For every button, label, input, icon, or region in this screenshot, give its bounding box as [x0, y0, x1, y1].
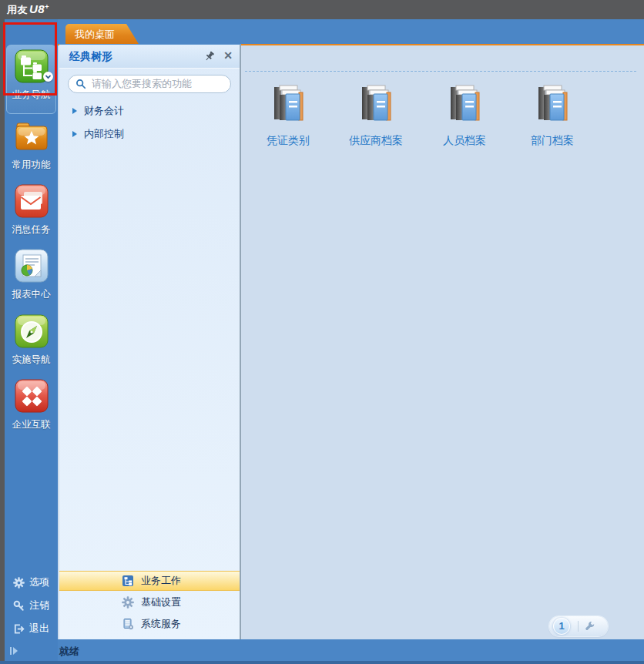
books-icon	[268, 82, 308, 125]
message-icon	[15, 184, 49, 218]
books-icon	[532, 82, 572, 125]
status-bar: 就绪	[0, 639, 644, 661]
sidebar-item-label: 企业互联	[5, 418, 58, 431]
brand-text: 用友	[7, 4, 28, 15]
shortcut-label: 部门档案	[512, 134, 593, 148]
exit-button[interactable]: 退出	[5, 620, 58, 637]
close-icon[interactable]: ✕	[223, 49, 233, 62]
logout-label: 注销	[29, 599, 49, 612]
compass-icon	[15, 314, 49, 348]
tree-panel-header: 经典树形 ✕	[59, 45, 240, 69]
pin-icon[interactable]	[204, 51, 215, 65]
app-window: 用友U8+ 业务导航	[0, 0, 644, 664]
enterprise-icon	[15, 379, 49, 413]
options-label: 选项	[29, 575, 49, 589]
gear-icon	[122, 596, 134, 609]
collapse-sidebar-icon[interactable]	[8, 646, 19, 659]
sidebar-item-message-tasks[interactable]: 消息任务	[5, 184, 58, 236]
page-indicator: 1	[549, 616, 608, 636]
menu-item-label: 基础设置	[141, 595, 181, 609]
menu-item-system-services[interactable]: 系统服务	[59, 614, 240, 634]
tree-item-label: 财务会计	[84, 104, 124, 118]
window-bottom-edge	[0, 661, 644, 664]
exit-label: 退出	[29, 622, 49, 635]
pager-divider	[578, 621, 579, 632]
sidebar: 业务导航 常用功能	[5, 19, 58, 661]
menu-item-basic-settings[interactable]: 基础设置	[59, 592, 240, 612]
tree-item-internal-control[interactable]: 内部控制	[59, 122, 240, 146]
sidebar-item-implementation-nav[interactable]: 实施导航	[5, 314, 58, 367]
shortcut-label: 凭证类别	[247, 134, 329, 148]
tree-item-label: 内部控制	[84, 127, 124, 141]
tree-item-financial-accounting[interactable]: 财务会计	[59, 99, 240, 122]
titlebar: 用友U8+	[0, 0, 644, 19]
star-folder-icon	[14, 119, 49, 153]
tree-panel: 经典树形 ✕ 请输入您要搜索的功能	[59, 44, 241, 639]
page-number-button[interactable]: 1	[553, 618, 570, 635]
books-icon	[356, 82, 396, 125]
status-text: 就绪	[59, 645, 79, 659]
panel-title: 经典树形	[69, 50, 112, 64]
wrench-icon[interactable]	[585, 621, 595, 632]
sidebar-item-business-nav[interactable]: 业务导航	[6, 45, 56, 114]
tab-strip: 我的桌面	[58, 19, 644, 44]
expand-arrow-icon[interactable]	[72, 130, 78, 138]
shortcut-label: 人员档案	[424, 134, 505, 148]
shortcut-voucher-category[interactable]: 凭证类别	[247, 82, 329, 148]
shortcut-personnel-archive[interactable]: 人员档案	[424, 82, 505, 148]
sidebar-item-label: 消息任务	[5, 223, 58, 236]
report-icon	[15, 249, 49, 283]
menu-item-business-work[interactable]: 业务工作	[59, 571, 240, 591]
search-icon	[75, 79, 86, 89]
sidebar-item-label: 实施导航	[5, 354, 58, 367]
books-icon	[444, 82, 485, 125]
panel-bottom-menu: 业务工作 基础设置	[59, 571, 240, 635]
shortcut-supplier-archive[interactable]: 供应商档案	[335, 82, 417, 148]
org-tree-icon	[122, 575, 134, 587]
expand-arrow-icon[interactable]	[72, 107, 78, 115]
tab-my-desktop[interactable]: 我的桌面	[65, 24, 139, 44]
options-button[interactable]: 选项	[5, 574, 58, 591]
shortcut-department-archive[interactable]: 部门档案	[512, 82, 593, 148]
sidebar-item-label: 报表中心	[5, 288, 58, 301]
logout-button[interactable]: 注销	[5, 597, 58, 614]
search-input[interactable]: 请输入您要搜索的功能	[68, 75, 231, 93]
chevron-down-icon[interactable]	[43, 72, 53, 82]
sidebar-item-common-functions[interactable]: 常用功能	[5, 119, 58, 172]
gear-icon	[13, 577, 25, 589]
app-logo: 用友U8+	[7, 2, 49, 17]
desktop-divider	[245, 71, 636, 72]
exit-icon	[13, 623, 25, 635]
menu-item-label: 业务工作	[141, 574, 181, 588]
sidebar-item-report-center[interactable]: 报表中心	[5, 249, 58, 301]
key-icon	[13, 600, 25, 612]
search-placeholder: 请输入您要搜索的功能	[92, 77, 192, 91]
sidebar-item-label: 业务导航	[7, 89, 55, 102]
server-icon	[122, 618, 134, 630]
function-tree: 财务会计 内部控制	[59, 99, 240, 146]
sidebar-item-label: 常用功能	[5, 159, 58, 172]
product-plus: +	[45, 3, 49, 11]
product-text: U8	[29, 2, 45, 15]
shortcut-label: 供应商档案	[335, 134, 417, 148]
menu-item-label: 系统服务	[141, 617, 181, 631]
sidebar-item-enterprise-link[interactable]: 企业互联	[5, 379, 58, 431]
